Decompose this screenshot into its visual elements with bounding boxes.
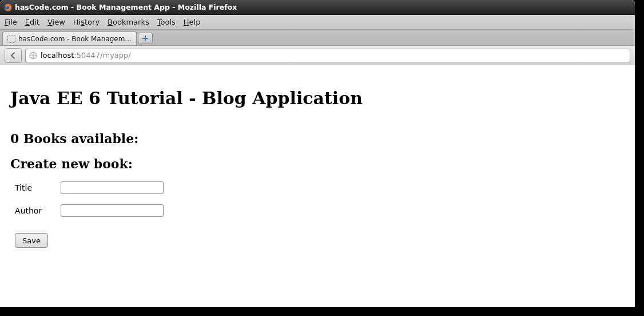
author-input[interactable]	[61, 204, 164, 217]
menu-help[interactable]: Help	[184, 18, 201, 26]
new-tab-button[interactable]	[138, 33, 153, 44]
url-text: localhost:50447/myapp/	[41, 51, 131, 60]
menu-edit[interactable]: Edit	[25, 18, 39, 26]
menu-history[interactable]: History	[73, 18, 100, 26]
menu-file[interactable]: File	[5, 18, 17, 26]
page-icon	[7, 35, 15, 43]
browser-window: hasCode.com - Book Management App - Mozi…	[0, 0, 635, 307]
menubar: File Edit View History Bookmarks Tools H…	[0, 15, 635, 30]
title-label: Title	[15, 183, 61, 192]
title-input[interactable]	[61, 181, 164, 194]
window-titlebar: hasCode.com - Book Management App - Mozi…	[0, 0, 635, 15]
globe-icon	[29, 52, 37, 60]
menu-tools[interactable]: Tools	[157, 18, 176, 26]
tab-label: hasCode.com - Book Managem...	[18, 35, 132, 43]
tab-active[interactable]: hasCode.com - Book Managem...	[2, 31, 137, 45]
create-book-heading: Create new book:	[10, 156, 625, 171]
save-button[interactable]: Save	[15, 233, 48, 248]
form-row-author: Author	[15, 204, 625, 217]
back-button[interactable]	[5, 48, 22, 63]
author-label: Author	[15, 206, 61, 215]
navbar: localhost:50447/myapp/	[0, 46, 635, 65]
tabstrip: hasCode.com - Book Managem...	[0, 30, 635, 46]
page-title: Java EE 6 Tutorial - Blog Application	[10, 88, 625, 108]
firefox-icon	[3, 3, 13, 12]
window-title: hasCode.com - Book Management App - Mozi…	[15, 3, 237, 11]
page-content: Java EE 6 Tutorial - Blog Application 0 …	[0, 65, 635, 258]
url-rest: :50447/myapp/	[74, 51, 130, 60]
url-bar[interactable]: localhost:50447/myapp/	[25, 49, 630, 62]
menu-bookmarks[interactable]: Bookmarks	[108, 18, 149, 26]
url-host: localhost	[41, 51, 74, 60]
books-available-heading: 0 Books available:	[10, 131, 625, 146]
menu-view[interactable]: View	[47, 18, 65, 26]
form-row-title: Title	[15, 181, 625, 194]
